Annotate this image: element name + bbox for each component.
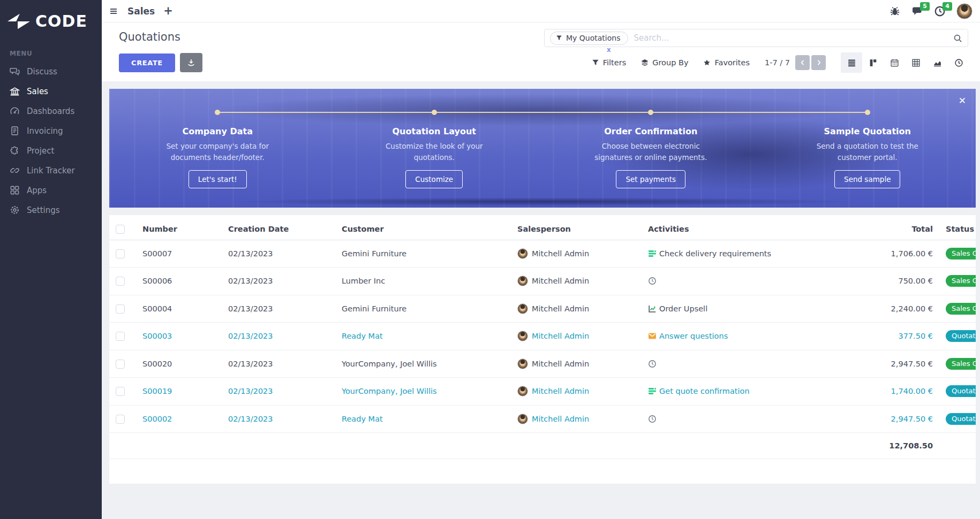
step-title: Quotation Layout: [326, 126, 543, 136]
table-row[interactable]: S0000702/13/2023Gemini FurnitureMitchell…: [109, 240, 976, 268]
group-by-button[interactable]: Group By: [641, 58, 688, 67]
step-action-button[interactable]: Send sample: [834, 170, 900, 188]
list-activity-icon[interactable]: [648, 387, 657, 395]
chevron-left-icon: [800, 59, 806, 66]
kanban-view-button[interactable]: [862, 52, 884, 73]
row-checkbox[interactable]: [116, 249, 125, 258]
new-tab-button[interactable]: +: [163, 5, 173, 17]
table-row[interactable]: S0000202/13/2023Ready MatMitchell Admin2…: [109, 405, 976, 433]
filters-button[interactable]: Filters: [592, 58, 626, 67]
brand-logo[interactable]: CODE: [0, 0, 102, 36]
activity-cell[interactable]: [648, 350, 809, 378]
bug-icon[interactable]: [889, 5, 901, 17]
status-badge: Quotation: [946, 330, 976, 342]
search-input[interactable]: [634, 33, 953, 43]
sidebar-item-project[interactable]: Project: [0, 141, 102, 161]
quotation-number: S00006: [142, 268, 228, 295]
status-badge: Sales Order: [946, 358, 976, 370]
email-activity-icon[interactable]: [648, 332, 657, 340]
activity-cell[interactable]: Answer questions: [648, 323, 809, 350]
row-checkbox[interactable]: [116, 332, 125, 341]
sidebar-item-link-tracker[interactable]: Link Tracker: [0, 161, 102, 180]
export-button[interactable]: [180, 53, 202, 72]
calendar-view-icon: [890, 58, 899, 67]
calendar-view-button[interactable]: [884, 52, 905, 73]
sidebar-item-label: Link Tracker: [27, 166, 75, 175]
search-bar[interactable]: My Quotations x: [544, 29, 968, 47]
col-header-status[interactable]: Status: [941, 218, 976, 240]
favorites-button[interactable]: Favorites: [703, 58, 750, 67]
customer-name: YourCompany, Joel Willis: [342, 350, 517, 378]
creation-date: 02/13/2023: [228, 240, 342, 268]
top-navbar: Sales + 5 4: [102, 0, 980, 22]
salesperson-avatar: [517, 303, 528, 314]
search-facet[interactable]: My Quotations: [550, 32, 628, 45]
row-checkbox[interactable]: [116, 387, 125, 396]
row-checkbox[interactable]: [116, 277, 125, 286]
pager-next-button[interactable]: [811, 55, 826, 70]
salesperson-name: Mitchell Admin: [532, 360, 589, 368]
activity-cell[interactable]: Check delivery requirements: [648, 240, 809, 268]
table-row[interactable]: S0000402/13/2023Gemini FurnitureMitchell…: [109, 295, 976, 323]
sidebar-item-invoicing[interactable]: Invoicing: [0, 121, 102, 141]
row-checkbox[interactable]: [116, 415, 125, 424]
sidebar: CODE MENU DiscussSalesDashboardsInvoicin…: [0, 0, 102, 519]
table-row[interactable]: S0001902/13/2023YourCompany, Joel Willis…: [109, 378, 976, 406]
activity-cell[interactable]: Get quote confirmation: [648, 378, 809, 406]
facet-remove-icon[interactable]: x: [607, 46, 611, 54]
onboarding-step: Sample QuotationSend a quotation to test…: [759, 126, 976, 188]
step-action-button[interactable]: Customize: [405, 170, 463, 188]
list-activity-icon[interactable]: [648, 249, 657, 258]
chevron-right-icon: [816, 59, 822, 66]
graph-view-button[interactable]: [926, 52, 948, 73]
clock-activity-icon[interactable]: [648, 277, 657, 285]
activities-menu[interactable]: 4: [934, 5, 946, 17]
messages-menu[interactable]: 5: [911, 5, 923, 17]
activity-cell[interactable]: [648, 405, 809, 433]
salesperson-name: Mitchell Admin: [532, 415, 589, 423]
col-header-number[interactable]: Number: [142, 218, 228, 240]
create-button[interactable]: CREATE: [119, 54, 175, 72]
select-all-checkbox[interactable]: [116, 225, 125, 234]
salesperson-avatar: [517, 386, 528, 396]
user-avatar[interactable]: [956, 3, 973, 19]
status-badge: Quotation: [946, 413, 976, 425]
clock-activity-icon[interactable]: [648, 415, 657, 423]
col-header-total[interactable]: Total: [809, 218, 941, 240]
pivot-view-button[interactable]: [905, 52, 926, 73]
chart-activity-icon[interactable]: [648, 304, 657, 313]
search-icon[interactable]: [953, 34, 962, 43]
download-icon: [187, 58, 195, 67]
activity-view-button[interactable]: [948, 52, 969, 73]
app-title[interactable]: Sales: [127, 6, 155, 17]
clock-activity-icon[interactable]: [648, 360, 657, 368]
sidebar-item-settings[interactable]: Settings: [0, 200, 102, 220]
quotation-number: S00019: [142, 378, 228, 406]
step-action-button[interactable]: Let's start!: [189, 170, 247, 188]
col-header-customer[interactable]: Customer: [342, 218, 517, 240]
timeline-line: [217, 112, 868, 113]
hamburger-menu-icon[interactable]: [108, 7, 119, 16]
step-title: Sample Quotation: [759, 126, 976, 136]
list-view-button[interactable]: [841, 52, 862, 73]
onboarding-step: Quotation LayoutCustomize the look of yo…: [326, 126, 543, 188]
col-header-creation-date[interactable]: Creation Date: [228, 218, 342, 240]
table-row[interactable]: S0000602/13/2023Lumber IncMitchell Admin…: [109, 268, 976, 295]
activity-cell[interactable]: [648, 268, 809, 295]
banner-close-icon[interactable]: ✕: [959, 95, 966, 106]
table-row[interactable]: S0000302/13/2023Ready MatMitchell AdminA…: [109, 323, 976, 350]
sidebar-item-dashboards[interactable]: Dashboards: [0, 101, 102, 121]
table-row[interactable]: S0002002/13/2023YourCompany, Joel Willis…: [109, 350, 976, 378]
sidebar-item-discuss[interactable]: Discuss: [0, 62, 102, 81]
pager-prev-button[interactable]: [795, 55, 810, 70]
step-action-button[interactable]: Set payments: [616, 170, 685, 188]
sidebar-item-sales[interactable]: Sales: [0, 81, 102, 101]
col-header-salesperson[interactable]: Salesperson: [517, 218, 648, 240]
sidebar-item-apps[interactable]: Apps: [0, 180, 102, 200]
total-amount: 2,947.50 €: [809, 350, 941, 378]
activity-cell[interactable]: Order Upsell: [648, 295, 809, 323]
row-checkbox[interactable]: [116, 360, 125, 369]
row-checkbox[interactable]: [116, 304, 125, 314]
col-header-activities[interactable]: Activities: [648, 218, 809, 240]
salesperson-name: Mitchell Admin: [532, 249, 589, 258]
